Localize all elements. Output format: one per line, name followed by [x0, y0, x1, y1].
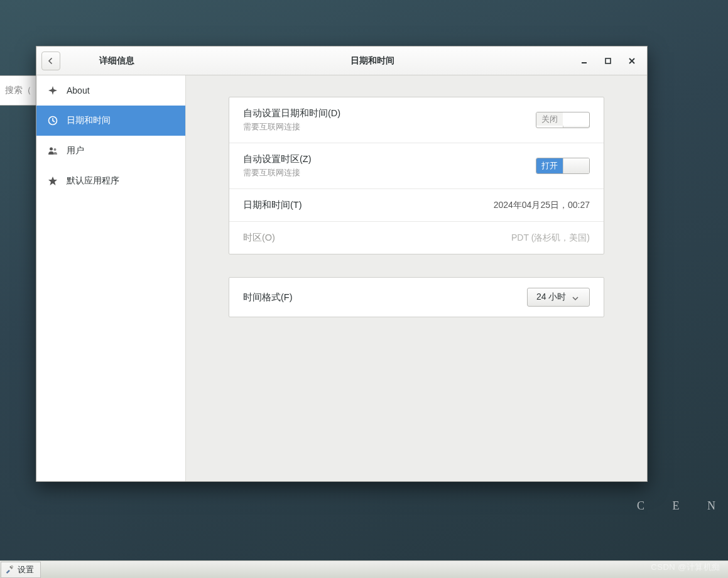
row-auto-datetime: 自动设置日期和时间(D) 需要互联网连接 关闭: [229, 97, 604, 143]
sparkle-icon: [48, 85, 58, 95]
time-format-select[interactable]: 24 小时: [527, 288, 590, 307]
content-panel: 自动设置日期和时间(D) 需要互联网连接 关闭 自动设置时区(Z) 需要互联网连…: [186, 75, 647, 481]
maximize-button[interactable]: [603, 56, 613, 66]
minimize-icon: [581, 58, 587, 64]
timezone-title: 时区(O): [243, 232, 511, 244]
svg-point-3: [50, 148, 53, 151]
chevron-left-icon: [47, 57, 55, 65]
svg-rect-1: [606, 58, 611, 63]
time-format-title: 时间格式(F): [243, 292, 527, 303]
datetime-group: 自动设置日期和时间(D) 需要互联网连接 关闭 自动设置时区(Z) 需要互联网连…: [229, 97, 604, 254]
time-format-value: 24 小时: [536, 292, 566, 303]
format-group: 时间格式(F) 24 小时: [229, 277, 604, 317]
close-button[interactable]: [627, 56, 637, 66]
auto-timezone-title: 自动设置时区(Z): [243, 153, 536, 165]
datetime-title: 日期和时间(T): [243, 199, 494, 211]
users-icon: [48, 146, 58, 156]
toggle-knob: [563, 158, 589, 173]
svg-rect-0: [582, 62, 587, 63]
titlebar: 详细信息 日期和时间: [36, 46, 647, 75]
taskbar: 设置: [0, 560, 728, 578]
background-window-fragment: 搜索（: [0, 75, 36, 106]
sidebar-item-label: About: [67, 85, 90, 95]
sidebar-item-label: 默认应用程序: [67, 175, 119, 187]
clock-icon: [48, 116, 58, 126]
toggle-on-label: 打开: [536, 158, 563, 173]
sidebar-title: 详细信息: [67, 55, 186, 67]
toggle-knob: [563, 126, 589, 128]
sidebar-item-label: 用户: [67, 145, 84, 156]
minimize-button[interactable]: [579, 56, 589, 66]
auto-datetime-title: 自动设置日期和时间(D): [243, 107, 536, 119]
taskbar-item-label: 设置: [18, 564, 34, 575]
row-time-format: 时间格式(F) 24 小时: [229, 278, 604, 317]
auto-datetime-toggle[interactable]: 关闭: [536, 112, 590, 128]
auto-timezone-subtitle: 需要互联网连接: [243, 168, 536, 178]
distro-brand-partial: C E N: [637, 499, 728, 513]
page-title: 日期和时间: [186, 55, 559, 67]
auto-datetime-subtitle: 需要互联网连接: [243, 122, 536, 133]
sidebar: About 日期和时间 用户 默认应用程序: [36, 75, 186, 481]
settings-window: 详细信息 日期和时间 About: [36, 46, 648, 482]
svg-point-4: [54, 148, 57, 151]
close-icon: [629, 58, 635, 64]
sidebar-item-label: 日期和时间: [67, 115, 111, 126]
sidebar-item-about[interactable]: About: [36, 75, 185, 106]
maximize-icon: [605, 58, 611, 64]
taskbar-item-settings[interactable]: 设置: [1, 562, 41, 578]
auto-timezone-toggle[interactable]: 打开: [536, 158, 590, 174]
search-label: 搜索（: [5, 85, 31, 96]
back-button[interactable]: [41, 52, 60, 70]
sidebar-item-default-apps[interactable]: 默认应用程序: [36, 166, 185, 196]
row-datetime[interactable]: 日期和时间(T) 2024年04月25日，00:27: [229, 189, 604, 222]
row-timezone: 时区(O) PDT (洛杉矶，美国): [229, 222, 604, 254]
tools-icon: [5, 565, 14, 575]
toggle-off-label: 关闭: [536, 112, 563, 126]
chevron-down-icon: [572, 292, 579, 302]
timezone-value: PDT (洛杉矶，美国): [511, 232, 590, 244]
sidebar-item-users[interactable]: 用户: [36, 136, 185, 166]
datetime-value: 2024年04月25日，00:27: [494, 200, 590, 211]
watermark: CSDN @计算机痴: [651, 562, 720, 573]
sidebar-item-datetime[interactable]: 日期和时间: [36, 106, 185, 136]
row-auto-timezone: 自动设置时区(Z) 需要互联网连接 打开: [229, 143, 604, 189]
star-icon: [48, 176, 58, 186]
